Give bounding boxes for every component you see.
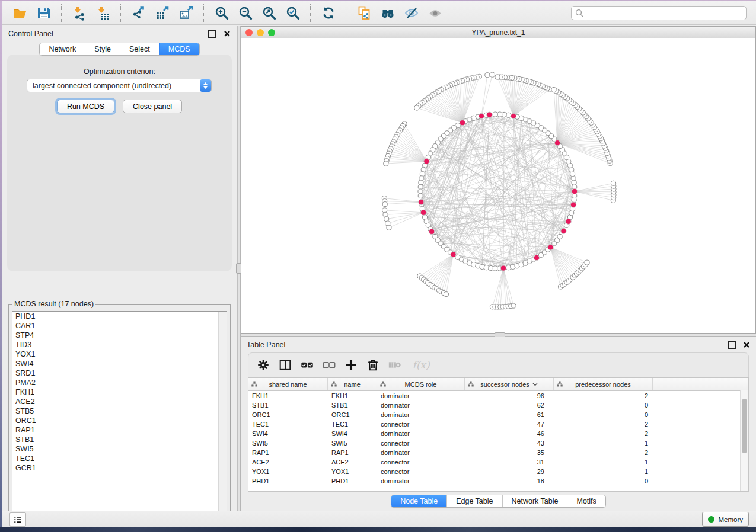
function-icon: f(x) [412,359,429,371]
export-image-button[interactable] [177,4,195,22]
mcds-result-item[interactable]: TID3 [12,340,227,350]
close-panel-button[interactable]: Close panel [123,100,182,113]
float-panel-icon[interactable] [728,341,736,349]
mcds-list-scrollbar[interactable] [218,312,227,518]
table-scrollbar-thumb[interactable] [742,399,747,453]
delete-column-button[interactable] [364,356,382,374]
zoom-in-button[interactable] [213,4,231,22]
cell-shared-name: STB1 [248,400,328,410]
mcds-result-item[interactable]: RAP1 [12,425,227,435]
zoom-out-button[interactable] [237,4,254,22]
close-panel-icon[interactable] [224,30,231,37]
column-header-name[interactable]: name [328,378,377,390]
table-row[interactable]: STB1STB1dominator620 [248,400,748,410]
network-window-titlebar[interactable]: YPA_prune.txt_1 [241,27,755,39]
show-columns-button[interactable] [276,356,294,374]
table-panel-header: Table Panel [241,337,756,352]
cell-successor-nodes: 31 [465,457,554,467]
find-button[interactable] [379,4,397,22]
cell-mcds-role: dominator [377,429,465,438]
hide-selected-button[interactable] [403,4,420,22]
column-header-mcds-role[interactable]: MCDS role [377,378,465,390]
zoom-fit-button[interactable] [260,4,278,22]
mcds-result-item[interactable]: SWI4 [12,359,227,368]
cell-predecessor-nodes: 2 [554,429,653,438]
cell-shared-name: YOX1 [248,467,328,476]
cell-successor-nodes: 47 [465,419,554,429]
table-row[interactable]: TEC1TEC1connector472 [248,419,748,429]
memory-button[interactable]: Memory [702,512,749,527]
toolbar-separator [120,4,122,22]
import-table-button[interactable] [94,4,112,22]
deselect-all-button[interactable] [320,356,338,374]
mcds-result-item[interactable]: ACE2 [12,397,227,406]
tab-network[interactable]: Network [40,43,85,55]
run-mcds-button[interactable]: Run MCDS [57,100,114,113]
save-session-button[interactable] [35,4,53,22]
mcds-result-item[interactable]: STB5 [12,406,227,416]
mcds-result-item[interactable]: GCR1 [12,463,227,473]
column-header-shared-name[interactable]: shared name [248,378,328,390]
mcds-result-item[interactable]: PMA2 [12,378,227,387]
select-all-button[interactable] [298,356,316,374]
columns-icon [278,358,292,372]
cell-successor-nodes: 62 [465,400,554,410]
mcds-result-item[interactable]: STP4 [12,331,227,340]
mcds-result-item[interactable]: ORC1 [12,416,227,425]
control-panel-tabs: NetworkStyleSelectMCDS [2,43,237,56]
zoom-selected-button[interactable] [284,4,302,22]
table-row[interactable]: RAP1RAP1dominator352 [248,448,748,457]
table-row[interactable]: SWI4SWI4dominator462 [248,429,748,438]
tab-motifs[interactable]: Motifs [567,495,605,507]
search-input[interactable] [571,6,747,20]
table-row[interactable]: ORC1ORC1dominator610 [248,410,748,419]
table-row[interactable]: PHD1PHD1dominator180 [248,476,748,486]
tab-node-table[interactable]: Node Table [391,495,446,507]
table-row[interactable]: YOX1YOX1connector291 [248,467,748,476]
apply-layout-button[interactable] [320,4,337,22]
mcds-result-item[interactable]: YOX1 [12,350,227,359]
column-header-predecessor-nodes[interactable]: predecessor nodes [554,378,653,390]
mcds-result-item[interactable]: FKH1 [12,387,227,397]
optimization-criterion-label: Optimization criterion: [2,68,237,76]
tab-select[interactable]: Select [120,43,159,55]
mcds-result-item[interactable]: SRD1 [12,368,227,378]
mcds-result-group: MCDS result (17 nodes) PHD1CAR1STP4TID3Y… [8,300,231,523]
float-panel-icon[interactable] [208,30,216,38]
open-file-button[interactable] [11,4,29,22]
tab-style[interactable]: Style [85,43,120,55]
show-all-button[interactable] [426,4,444,22]
table-scrollbar[interactable] [740,390,748,491]
mcds-result-item[interactable]: PHD1 [12,312,227,321]
export-network-icon [131,5,146,21]
mcds-result-item[interactable]: STB1 [12,435,227,444]
mcds-result-item[interactable]: SWI5 [12,444,227,454]
memory-label: Memory [718,516,743,523]
table-row[interactable]: FKH1FKH1dominator962 [248,391,748,400]
import-network-button[interactable] [71,4,88,22]
column-type-icon [380,381,386,387]
table-row[interactable]: ACE2ACE2connector311 [248,457,748,467]
add-column-button[interactable] [342,356,360,374]
criterion-dropdown[interactable]: largest connected component (undirected) [27,79,212,92]
column-header-successor-nodes[interactable]: successor nodes [465,378,554,390]
tab-network-table[interactable]: Network Table [502,495,567,507]
close-panel-icon[interactable] [743,341,750,348]
network-canvas[interactable] [241,38,755,333]
toolbar-separator [346,4,347,22]
tab-mcds[interactable]: MCDS [159,43,199,55]
table-row[interactable]: SWI5SWI5connector431 [248,438,748,448]
export-network-button[interactable] [130,4,148,22]
column-type-icon [331,381,337,387]
tab-edge-table[interactable]: Edge Table [446,495,502,507]
export-table-button[interactable] [154,4,171,22]
task-history-button[interactable] [9,512,26,527]
clone-network-button[interactable] [355,4,373,22]
mcds-result-item[interactable]: CAR1 [12,321,227,331]
function-builder-button: f(x) [408,356,434,374]
table-tabs: Node TableEdge TableNetwork TableMotifs [241,495,756,508]
cell-predecessor-nodes: 2 [554,391,653,400]
table-settings-button[interactable] [254,356,272,374]
dropdown-stepper-icon [200,79,211,92]
mcds-result-item[interactable]: TEC1 [12,454,227,463]
